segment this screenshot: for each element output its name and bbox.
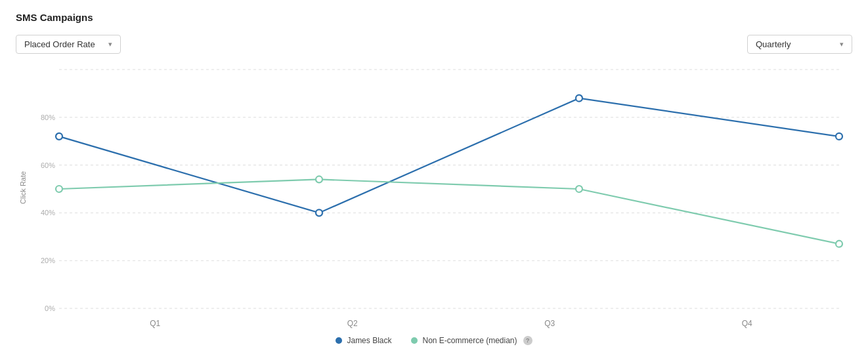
period-dropdown-chevron: ▾ — [840, 40, 844, 49]
svg-text:40%: 40% — [41, 209, 55, 217]
legend-dot-blue — [336, 337, 342, 344]
svg-point-13 — [576, 95, 582, 102]
legend-item-james-black: James Black — [336, 336, 391, 345]
chart-inner: 0%20%40%60%80% Q1Q2Q3Q4 — [30, 60, 852, 328]
x-label-q3: Q3 — [451, 319, 649, 328]
x-label-q2: Q2 — [254, 319, 452, 328]
controls-row: Placed Order Rate ▾ Quarterly ▾ — [16, 35, 852, 54]
chart-svg: 0%20%40%60%80% — [30, 60, 852, 315]
period-dropdown[interactable]: Quarterly ▾ — [747, 35, 852, 54]
legend-label-non-ecommerce: Non E-commerce (median) — [422, 336, 517, 345]
svg-text:0%: 0% — [45, 304, 55, 312]
help-icon[interactable]: ? — [523, 336, 532, 345]
svg-point-12 — [316, 209, 322, 216]
svg-point-11 — [56, 133, 62, 140]
x-label-q4: Q4 — [649, 319, 846, 328]
svg-point-17 — [576, 186, 582, 192]
legend-label-james-black: James Black — [347, 336, 391, 345]
chart-canvas-wrap: 0%20%40%60%80% — [30, 60, 852, 315]
legend-item-non-ecommerce: Non E-commerce (median) ? — [411, 336, 532, 345]
svg-point-15 — [56, 186, 62, 192]
svg-point-18 — [836, 241, 842, 247]
metric-dropdown-label: Placed Order Rate — [24, 39, 95, 49]
svg-text:20%: 20% — [41, 257, 55, 264]
y-axis-label: Click Rate — [16, 67, 30, 308]
metric-dropdown[interactable]: Placed Order Rate ▾ — [16, 35, 121, 54]
x-label-q1: Q1 — [56, 319, 254, 328]
period-dropdown-label: Quarterly — [756, 39, 791, 49]
page-title: SMS Campaigns — [16, 12, 852, 23]
chart-area: Click Rate 0%20%40%60%80% Q1Q2Q3Q4 — [16, 60, 852, 328]
metric-dropdown-chevron: ▾ — [108, 40, 112, 49]
legend: James Black Non E-commerce (median) ? — [16, 336, 852, 345]
svg-point-16 — [316, 176, 322, 182]
svg-text:80%: 80% — [41, 114, 55, 121]
x-axis-labels: Q1Q2Q3Q4 — [30, 315, 852, 328]
legend-dot-green — [411, 337, 418, 344]
svg-point-14 — [836, 133, 842, 140]
svg-text:60%: 60% — [41, 161, 55, 169]
